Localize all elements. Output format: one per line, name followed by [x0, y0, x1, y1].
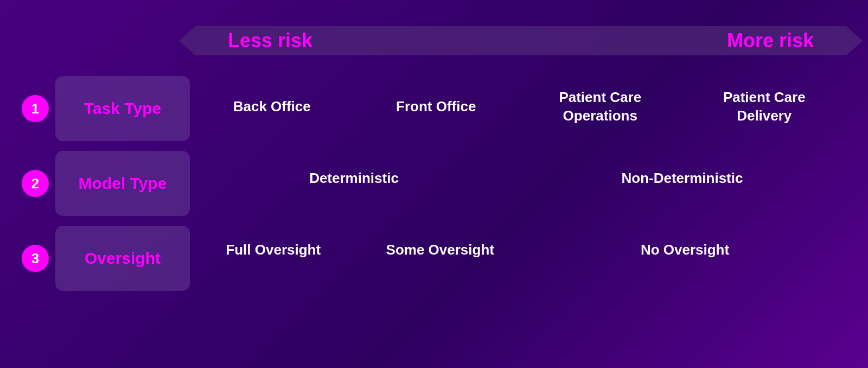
- badge-2: 2: [22, 170, 49, 197]
- patient-care-delivery-text: Patient CareDelivery: [723, 88, 806, 125]
- cell-some-oversight: Some Oversight: [357, 219, 524, 281]
- model-type-label: Model Type: [79, 174, 167, 193]
- less-risk-label: Less risk: [228, 29, 312, 52]
- task-type-label: Task Type: [84, 99, 161, 118]
- model-type-box: Model Type: [55, 151, 190, 216]
- badge-1: 1: [22, 95, 49, 122]
- labels-column: 1 Task Type 2 Model Type 3: [22, 76, 190, 291]
- oversight-label: Oversight: [85, 249, 161, 268]
- oversight-cells: Full Oversight Some Oversight No Oversig…: [190, 219, 846, 281]
- cell-back-office: Back Office: [190, 76, 354, 138]
- cell-patient-care-ops: Patient CareOperations: [518, 76, 682, 138]
- arrow-section: Less risk More risk: [22, 11, 846, 71]
- content-columns: Back Office Front Office Patient CareOpe…: [190, 76, 846, 291]
- task-type-row: 1 Task Type: [22, 76, 190, 141]
- badge-3: 3: [22, 245, 49, 272]
- some-oversight-text: Some Oversight: [386, 241, 494, 259]
- deterministic-text: Deterministic: [309, 169, 399, 188]
- back-office-text: Back Office: [233, 98, 311, 116]
- task-type-cells: Back Office Front Office Patient CareOpe…: [190, 76, 846, 138]
- cell-front-office: Front Office: [354, 76, 519, 138]
- cell-non-deterministic: Non-Deterministic: [518, 148, 846, 210]
- oversight-box: Oversight: [55, 226, 190, 291]
- cell-deterministic: Deterministic: [190, 148, 518, 210]
- no-oversight-text: No Oversight: [641, 241, 729, 259]
- cell-patient-care-delivery: Patient CareDelivery: [682, 76, 847, 138]
- model-type-row: 2 Model Type: [22, 151, 190, 216]
- model-type-cells: Deterministic Non-Deterministic: [190, 148, 846, 210]
- cell-no-oversight: No Oversight: [524, 219, 846, 281]
- full-oversight-text: Full Oversight: [226, 241, 321, 259]
- more-risk-label: More risk: [727, 29, 814, 52]
- front-office-text: Front Office: [396, 98, 476, 116]
- main-grid: 1 Task Type 2 Model Type 3: [22, 76, 846, 291]
- main-container: Less risk More risk 1 Task Type 2: [0, 0, 868, 368]
- non-deterministic-text: Non-Deterministic: [622, 169, 743, 188]
- cell-full-oversight: Full Oversight: [190, 219, 357, 281]
- arrow-bar: Less risk More risk: [195, 26, 846, 55]
- patient-care-ops-text: Patient CareOperations: [559, 88, 641, 125]
- task-type-box: Task Type: [55, 76, 190, 141]
- oversight-row: 3 Oversight: [22, 226, 190, 291]
